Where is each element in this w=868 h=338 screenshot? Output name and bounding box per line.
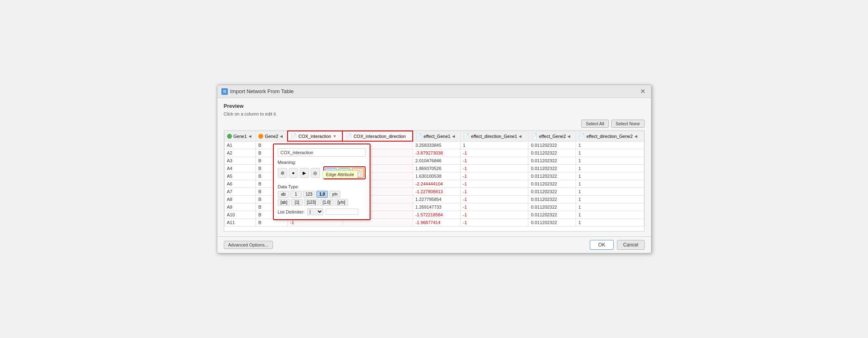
table-cell: -1 <box>460 149 528 157</box>
effect-dir-gene2-chevron[interactable]: ◀ <box>634 134 637 138</box>
dtype-list-bool-btn[interactable]: [y/n] <box>335 199 348 206</box>
dtype-long-btn[interactable]: 123 <box>303 191 316 198</box>
table-cell: 0.011202322 <box>528 172 576 180</box>
table-cell: A7 <box>224 188 256 196</box>
table-cell: 0.011202322 <box>528 165 576 172</box>
table-cell: A6 <box>224 180 256 188</box>
table-cell: A10 <box>224 211 256 219</box>
datatype-section: Data Type: ab 1 123 1.0 y/n [ab] [1] [12… <box>278 184 366 206</box>
col-header-cox-interaction[interactable]: 📄 COX_interaction ▼ <box>288 131 343 141</box>
meaning-label: Meaning: <box>278 160 366 165</box>
table-cell: -1 <box>460 196 528 203</box>
table-cell: 1.869370526 <box>413 165 460 172</box>
effect-dir-gene2-icon: 📄 <box>578 133 585 139</box>
select-none-button[interactable]: Select None <box>611 120 645 128</box>
gene2-chevron[interactable]: ◀ <box>280 134 283 138</box>
preview-label: Preview <box>224 103 645 109</box>
cox-interaction-chevron[interactable]: ▼ <box>333 134 336 138</box>
dtype-bool-btn[interactable]: y/n <box>329 191 340 198</box>
datatype-row2: [ab] [1] [123] [1.0] [y/n] <box>278 199 366 206</box>
table-cell: 1 <box>576 188 644 196</box>
cox-interaction-icon: 📄 <box>290 133 297 139</box>
select-all-button[interactable]: Select All <box>581 120 608 128</box>
dtype-list-string-btn[interactable]: [ab] <box>278 199 290 206</box>
table-cell: 1 <box>460 141 528 149</box>
table-cell: 1.630100538 <box>413 172 460 180</box>
dtype-list-float-btn[interactable]: [1.0] <box>320 199 333 206</box>
table-cell: 1 <box>576 157 644 165</box>
dtype-list-int-btn[interactable]: [1] <box>291 199 303 206</box>
col-header-gene1[interactable]: Gene1 ◀ <box>224 131 256 141</box>
edge-attribute-tooltip: Edge Attribute <box>323 170 358 179</box>
cox-direction-icon: 📄 <box>345 133 352 139</box>
meaning-none-btn[interactable]: ⊘ <box>278 168 287 178</box>
table-cell: -1 <box>460 203 528 211</box>
table-cell: A8 <box>224 196 256 203</box>
col-header-effect-gene2[interactable]: 📄 effect_Gene2 ◀ <box>528 131 576 141</box>
meaning-source-btn[interactable]: ● <box>289 168 298 178</box>
dtype-int-btn[interactable]: 1 <box>290 191 302 198</box>
table-cell: 1 <box>576 203 644 211</box>
col-gene1-label: Gene1 <box>234 134 247 139</box>
top-buttons: Select All Select None <box>224 120 645 128</box>
dialog-title: Import Network From Table <box>230 88 294 94</box>
col-header-effect-dir-gene2[interactable]: 📄 effect_direction_Gene2 ◀ <box>576 131 644 141</box>
col-header-gene2[interactable]: Gene2 ◀ <box>256 131 288 141</box>
table-cell: -1 <box>460 172 528 180</box>
table-cell: A9 <box>224 203 256 211</box>
datatype-row1: ab 1 123 1.0 y/n <box>278 191 366 198</box>
column-edit-popup: Meaning: ⊘ ● ▶ ◎ 📄 <box>273 144 370 220</box>
table-cell: -1 <box>460 211 528 219</box>
advanced-options-button[interactable]: Advanced Options... <box>224 241 273 249</box>
effect-dir-gene1-chevron[interactable]: ◀ <box>519 134 522 138</box>
table-cell: 0.011202322 <box>528 141 576 149</box>
col-effect-gene1-label: effect_Gene1 <box>424 134 450 139</box>
table-cell: -1 <box>460 165 528 172</box>
table-cell: -1 <box>460 188 528 196</box>
list-delimiter-row: List Delimiter: | , ; <box>278 208 366 215</box>
table-cell: 0.011202322 <box>528 219 576 227</box>
close-button[interactable]: ✕ <box>639 87 647 95</box>
table-cell: 1.269147733 <box>413 203 460 211</box>
instructions-text: Click on a column to edit it. <box>224 111 645 116</box>
table-cell: 0.011202322 <box>528 211 576 219</box>
effect-gene2-chevron[interactable]: ◀ <box>567 134 570 138</box>
list-delimiter-label: List Delimiter: <box>278 209 305 214</box>
table-cell: 1 <box>576 196 644 203</box>
datatype-label: Data Type: <box>278 184 366 189</box>
dialog-body: Preview Click on a column to edit it. Se… <box>217 98 651 236</box>
ok-button[interactable]: OK <box>590 240 614 250</box>
table-cell: 1 <box>576 149 644 157</box>
dtype-float-btn[interactable]: 1.0 <box>316 191 328 198</box>
effect-gene1-chevron[interactable]: ◀ <box>452 134 455 138</box>
table-cell: A4 <box>224 165 256 172</box>
field-name-input[interactable] <box>278 148 366 157</box>
col-header-effect-dir-gene1[interactable]: 📄 effect_direction_Gene1 ◀ <box>460 131 528 141</box>
gene1-chevron[interactable]: ◀ <box>249 134 251 138</box>
col-effect-dir-gene1-label: effect_direction_Gene1 <box>471 134 517 139</box>
table-cell: 1 <box>576 180 644 188</box>
table-cell: 1 <box>576 211 644 219</box>
col-header-effect-gene1[interactable]: 📄 effect_Gene1 ◀ <box>413 131 460 141</box>
dtype-string-btn[interactable]: ab <box>278 191 289 198</box>
table-cell: -2.244444104 <box>413 180 460 188</box>
meaning-target-btn[interactable]: ◎ <box>311 168 320 178</box>
table-cell: -1.227808813 <box>413 188 460 196</box>
table-cell: 0.011202322 <box>528 149 576 157</box>
title-bar: ⊞ Import Network From Table ✕ <box>217 85 651 98</box>
effect-gene2-icon: 📄 <box>531 133 537 139</box>
table-cell: 1 <box>576 165 644 172</box>
dtype-list-long-btn[interactable]: [123] <box>304 199 318 206</box>
col-header-cox-direction[interactable]: 📄 COX_interaction_direction <box>342 131 413 141</box>
effect-dir-gene1-icon: 📄 <box>463 133 470 139</box>
col-cox-direction-label: COX_interaction_direction <box>353 134 405 139</box>
delimiter-input[interactable] <box>326 209 358 215</box>
col-effect-dir-gene2-label: effect_direction_Gene2 <box>587 134 633 139</box>
action-buttons: OK Cancel <box>590 240 645 250</box>
import-network-dialog: ⊞ Import Network From Table ✕ Preview Cl… <box>217 85 652 253</box>
table-cell: -1.96877414 <box>413 219 460 227</box>
meaning-interaction-btn[interactable]: ▶ <box>300 168 309 178</box>
delimiter-select[interactable]: | , ; <box>307 208 323 215</box>
cancel-button[interactable]: Cancel <box>617 240 644 250</box>
gene2-icon <box>258 134 263 139</box>
